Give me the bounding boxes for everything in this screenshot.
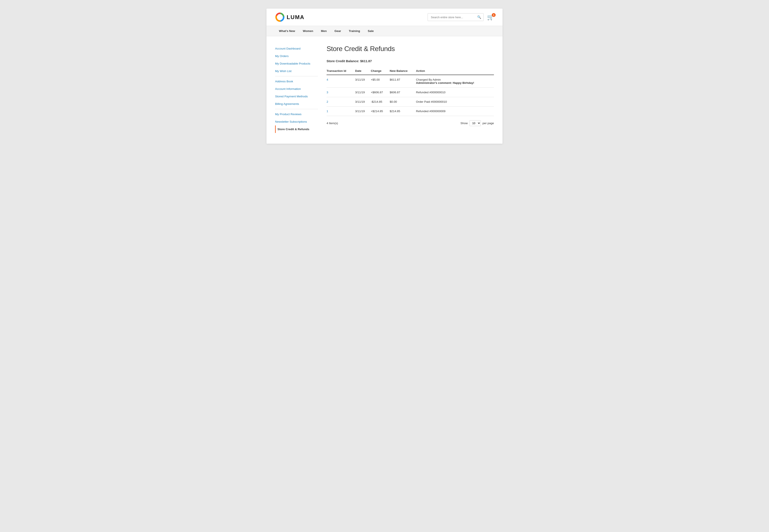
cell-action: Changed By AdminAdministrator's comment:… — [416, 75, 494, 88]
pagination-row: 4 Item(s) Show 102050 per page — [326, 120, 494, 126]
table-row: 13/11/19+$214.85$214.85Refunded #0000000… — [326, 107, 494, 116]
col-header-date: Date — [355, 67, 371, 75]
sidebar-section-account: Account Dashboard My Orders My Downloada… — [275, 45, 318, 133]
cell-date: 3/11/19 — [355, 107, 371, 116]
col-header-change: Change — [371, 67, 390, 75]
nav-link-training[interactable]: Training — [345, 26, 364, 36]
sidebar-item-billing-agreements[interactable]: Billing Agreements — [275, 100, 318, 108]
action-comment: Administrator's comment: Happy Birhday! — [416, 81, 491, 84]
cell-change: -$214.85 — [371, 97, 390, 107]
cell-new-balance: $0.00 — [390, 97, 416, 107]
sidebar-item-account-information[interactable]: Account Information — [275, 85, 318, 93]
sidebar-item-my-product-reviews[interactable]: My Product Reviews — [275, 110, 318, 118]
header-right: 🔍 🛒 1 — [428, 13, 494, 21]
cell-new-balance: $611.87 — [390, 75, 416, 88]
col-header-action: Action — [416, 67, 494, 75]
search-button[interactable]: 🔍 — [475, 14, 484, 21]
col-header-transaction-id: Transaction Id — [326, 67, 355, 75]
pagination-right: Show 102050 per page — [461, 120, 494, 126]
header: LUMA 🔍 🛒 1 — [266, 9, 503, 26]
cart-button[interactable]: 🛒 1 — [487, 14, 494, 21]
cell-change: +$606.87 — [371, 88, 390, 97]
page-title: Store Credit & Refunds — [326, 45, 494, 53]
sidebar-item-my-wish-list[interactable]: My Wish List — [275, 67, 318, 75]
cell-new-balance: $214.85 — [390, 107, 416, 116]
search-input[interactable] — [428, 14, 475, 21]
nav-link-sale[interactable]: Sale — [364, 26, 377, 36]
search-bar: 🔍 — [428, 13, 484, 21]
cell-date: 3/11/19 — [355, 88, 371, 97]
per-page-select[interactable]: 102050 — [470, 120, 481, 126]
cell-id: 4 — [326, 75, 355, 88]
sidebar-item-address-book[interactable]: Address Book — [275, 78, 318, 85]
sidebar-item-account-dashboard[interactable]: Account Dashboard — [275, 45, 318, 52]
table-head: Transaction Id Date Change New Balance A… — [326, 67, 494, 75]
sidebar: Account Dashboard My Orders My Downloada… — [275, 45, 318, 133]
sidebar-divider-1 — [275, 76, 318, 76]
sidebar-item-my-downloadable-products[interactable]: My Downloadable Products — [275, 60, 318, 67]
sidebar-item-my-orders[interactable]: My Orders — [275, 52, 318, 60]
cell-change: +$5.00 — [371, 75, 390, 88]
show-label: Show — [461, 122, 468, 125]
nav-link-gear[interactable]: Gear — [331, 26, 345, 36]
nav-item-men: Men — [317, 26, 331, 36]
table-row: 33/11/19+$606.87$606.87Refunded #0000000… — [326, 88, 494, 97]
sidebar-item-newsletter-subscriptions[interactable]: Newsletter Subscriptions — [275, 118, 318, 125]
table-row: 23/11/19-$214.85$0.00Order Paid #0000000… — [326, 97, 494, 107]
nav-link-women[interactable]: Women — [299, 26, 317, 36]
cell-date: 3/11/19 — [355, 75, 371, 88]
search-icon: 🔍 — [477, 15, 481, 19]
logo-icon — [275, 12, 284, 22]
logo-area: LUMA — [275, 12, 304, 22]
balance-text: Store Credit Balance: $611.87 — [326, 59, 494, 63]
table-header-row: Transaction Id Date Change New Balance A… — [326, 67, 494, 75]
credit-table: Transaction Id Date Change New Balance A… — [326, 67, 494, 116]
per-page-label: per page — [483, 122, 494, 125]
nav-item-sale: Sale — [364, 26, 377, 36]
cell-action: Order Paid #000000010 — [416, 97, 494, 107]
item-count: 4 Item(s) — [326, 122, 338, 125]
sidebar-item-stored-payment-methods[interactable]: Stored Payment Methods — [275, 93, 318, 100]
nav-bar: What's New Women Men Gear Training Sale — [266, 26, 503, 36]
logo-text: LUMA — [287, 14, 304, 21]
content-area: Store Credit & Refunds Store Credit Bala… — [326, 45, 494, 133]
nav-item-women: Women — [299, 26, 317, 36]
sidebar-item-store-credit-refunds[interactable]: Store Credit & Refunds — [275, 125, 318, 133]
nav-item-training: Training — [345, 26, 364, 36]
cell-id: 3 — [326, 88, 355, 97]
main-content: Account Dashboard My Orders My Downloada… — [266, 36, 503, 144]
nav-link-men[interactable]: Men — [317, 26, 331, 36]
page-wrapper: LUMA 🔍 🛒 1 What's New Women — [266, 9, 503, 144]
nav-item-gear: Gear — [331, 26, 345, 36]
cell-change: +$214.85 — [371, 107, 390, 116]
cart-badge: 1 — [492, 13, 496, 17]
nav-link-whats-new[interactable]: What's New — [275, 26, 299, 36]
cell-date: 3/11/19 — [355, 97, 371, 107]
cell-action: Refunded #000000009 — [416, 107, 494, 116]
col-header-new-balance: New Balance — [390, 67, 416, 75]
cell-id: 1 — [326, 107, 355, 116]
cell-id: 2 — [326, 97, 355, 107]
nav-item-whats-new: What's New — [275, 26, 299, 36]
nav-list: What's New Women Men Gear Training Sale — [275, 26, 494, 36]
cell-new-balance: $606.87 — [390, 88, 416, 97]
table-body: 43/11/19+$5.00$611.87Changed By AdminAdm… — [326, 75, 494, 116]
table-row: 43/11/19+$5.00$611.87Changed By AdminAdm… — [326, 75, 494, 88]
cell-action: Refunded #000000010 — [416, 88, 494, 97]
